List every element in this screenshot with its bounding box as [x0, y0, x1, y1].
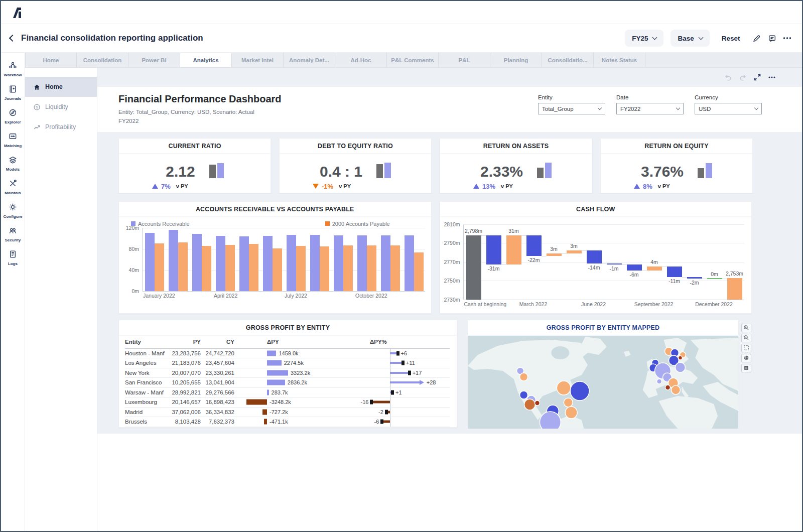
waterfall-connector	[622, 264, 627, 265]
globe-button[interactable]	[741, 354, 751, 362]
entity-bubble[interactable]	[520, 391, 528, 399]
tab-planning[interactable]: Planning	[490, 53, 542, 67]
entity-cell: Madrid	[125, 409, 165, 415]
2000-accounts-payable-bar	[273, 248, 282, 291]
zoom-out-button[interactable]	[741, 334, 751, 342]
rail-item-security[interactable]: Security	[1, 223, 25, 246]
undo-icon[interactable]	[724, 74, 732, 81]
entity-bubble[interactable]	[671, 385, 680, 394]
tab-analytics[interactable]: Analytics	[180, 53, 232, 67]
tab-consolidation[interactable]: Consolidation	[77, 53, 128, 67]
waterfall-value-label: 3m	[550, 246, 558, 252]
anaplan-logo-icon[interactable]	[10, 6, 23, 19]
entity-bubble[interactable]	[675, 362, 685, 372]
tab-power-bi[interactable]: Power BI	[128, 53, 180, 67]
rail-item-maintain[interactable]: Maintain	[1, 176, 25, 199]
journals-icon	[9, 85, 17, 95]
more-icon[interactable]	[768, 73, 776, 81]
layers-button[interactable]	[741, 364, 751, 372]
sidebar-item-liquidity[interactable]: $Liquidity	[25, 97, 97, 117]
delta-pct-label: -6	[374, 419, 379, 425]
chart-legend: Accounts Receivable2000 Accounts Payable	[119, 217, 431, 228]
kpi-bar-cy	[545, 163, 552, 178]
rail-item-explorer[interactable]: Explorer	[1, 105, 25, 128]
delta-py-bar	[264, 419, 267, 425]
entity-bubble[interactable]	[557, 381, 571, 395]
delta-py-label: -471.1k	[270, 419, 288, 425]
tab-p-l[interactable]: P&L	[439, 53, 490, 67]
world-map[interactable]	[468, 336, 738, 429]
models-icon	[9, 156, 17, 166]
maintain-icon	[9, 179, 17, 190]
tab-anomaly-det[interactable]: Anomaly Det...	[284, 53, 335, 67]
accounts-receivable-bar	[216, 236, 225, 291]
legend-label: Accounts Receivable	[138, 221, 190, 227]
sidebar-item-home[interactable]: Home	[25, 77, 97, 97]
version-selector[interactable]: Base	[671, 30, 709, 47]
rail-item-matching[interactable]: Matching	[1, 128, 25, 152]
table-row: Luxembourg20,146,65716,898,423-3248.2k-1…	[125, 397, 450, 408]
entity-bubble[interactable]	[540, 412, 561, 429]
tab-consolidatio[interactable]: Consolidatio...	[542, 53, 594, 67]
entity-bubble[interactable]	[570, 381, 589, 401]
y-tick-label: 2790m	[440, 240, 460, 246]
kpi-delta-value: 8%	[643, 183, 652, 190]
zoom-in-button[interactable]	[741, 324, 751, 332]
rail-item-workflow[interactable]: Workflow	[1, 58, 25, 81]
comment-icon[interactable]	[768, 34, 776, 43]
table-header-row: EntityPYCYΔPYΔPY%	[125, 336, 450, 349]
date-filter-select[interactable]: FY2022	[616, 103, 684, 114]
tab-ad-hoc[interactable]: Ad-Hoc	[335, 53, 387, 67]
entity-bubble[interactable]	[524, 399, 536, 410]
flag-marker-icon	[391, 390, 394, 394]
box-select-button[interactable]	[741, 344, 751, 352]
bar-chart-plot	[142, 228, 425, 291]
redo-icon[interactable]	[739, 74, 747, 81]
delta-py-pct-cell: -6	[370, 417, 444, 427]
tab-market-intel[interactable]: Market Intel	[232, 53, 284, 67]
delta-py-pct-cell: -2	[370, 408, 444, 417]
waterfall-value-label: 3m	[570, 243, 578, 249]
entity-bubble[interactable]	[564, 398, 573, 407]
entity-bubble[interactable]	[665, 385, 671, 390]
accounts-receivable-bar	[405, 235, 414, 291]
filter-group: Entity Total_Group Date FY2022	[538, 93, 762, 126]
delta-py-label: 283.7k	[272, 389, 288, 395]
currency-filter-select[interactable]: USD	[695, 103, 762, 114]
delta-py-cell: -471.1k	[234, 417, 370, 427]
kpi-value: 2.33%	[480, 165, 523, 178]
sidebar-item-label: Liquidity	[45, 103, 68, 110]
tab-notes-status[interactable]: Notes Status	[594, 53, 645, 67]
delta-pct-label: -16	[361, 399, 369, 405]
entity-bubble[interactable]	[565, 407, 577, 419]
cy-cell: 23,457,604	[201, 360, 234, 366]
edit-pencil-icon[interactable]	[752, 34, 761, 43]
rail-item-logs[interactable]: Logs	[1, 246, 25, 270]
tab-home[interactable]: Home	[25, 53, 77, 67]
rail-item-configure[interactable]: Configure	[1, 199, 25, 223]
rail-item-journals[interactable]: Journals	[1, 81, 25, 105]
explorer-icon	[9, 108, 17, 119]
delta-py-cell: -3248.2k	[234, 397, 370, 407]
entity-bubble[interactable]	[657, 379, 662, 384]
entity-filter-select[interactable]: Total_Group	[538, 103, 605, 114]
back-chevron-icon[interactable]	[9, 35, 16, 42]
rail-item-models[interactable]: Models	[1, 152, 25, 176]
kpi-bar-cy	[384, 163, 391, 178]
fullscreen-icon[interactable]	[753, 73, 761, 81]
y-tick-label: 2770m	[440, 259, 460, 265]
tab-p-l-comments[interactable]: P&L Comments	[387, 53, 439, 67]
content-header: Financial Performance Dashboard Entity: …	[97, 87, 802, 132]
reset-button[interactable]: Reset	[722, 35, 740, 42]
more-options-icon[interactable]	[783, 37, 791, 39]
period-selector[interactable]: FY25	[625, 30, 663, 47]
py-cell: 8,103,428	[165, 419, 201, 425]
delta-py-label: -3248.2k	[270, 399, 291, 405]
entity-bubble[interactable]	[520, 373, 528, 381]
triangle-down-icon	[313, 184, 319, 189]
entity-bubble[interactable]	[535, 401, 540, 406]
subtitle-line1: Entity: Total_Group, Currency: USD, Scen…	[118, 109, 254, 115]
waterfall-value-label: 2,798m	[465, 228, 482, 234]
sidebar-item-profitability[interactable]: Profitability	[25, 117, 97, 137]
table-row: New York20,007,07023,330,2613323.2k+17	[125, 368, 450, 378]
